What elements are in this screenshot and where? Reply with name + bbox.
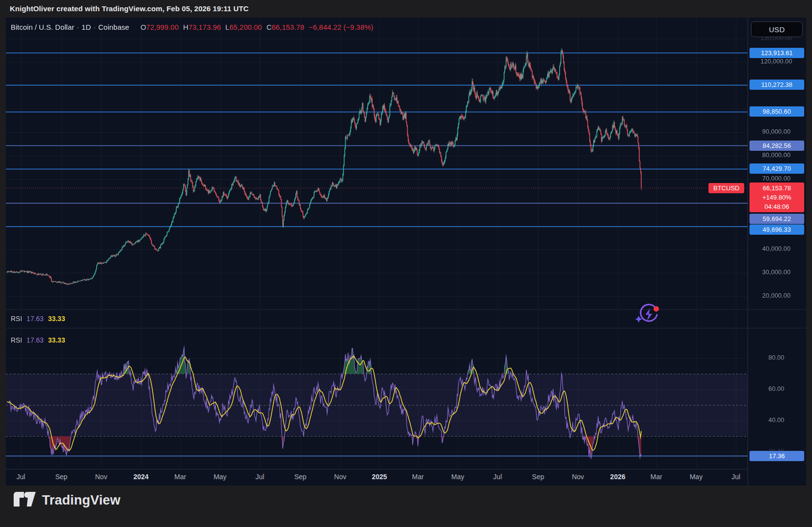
time-axis-label: 2024 [133, 473, 148, 481]
pane-divider[interactable] [6, 309, 806, 310]
ohlc-letter: C [267, 23, 272, 31]
rsi-label: RSI [11, 336, 22, 344]
pane-divider[interactable] [6, 328, 806, 328]
price-axis-label: 80,000.00 [748, 151, 805, 159]
tradingview-logo-text: TradingView [42, 493, 121, 508]
ohlc-values: O72,999.00H73,173.96L65,200.00C66,153.78 [136, 23, 305, 31]
time-axis-label: Nov [334, 473, 346, 481]
rsi-chart-canvas[interactable] [6, 309, 748, 467]
last-price-label: 66,153.78 +149.80% 04:48:06 [750, 182, 804, 212]
time-axis-label: 2026 [610, 473, 625, 481]
time-axis-label: Jul [255, 473, 264, 481]
rsi-axis-label: 40.00 [748, 416, 805, 424]
ohlc-value: 65,200.00 [229, 23, 262, 31]
separator: · [74, 23, 82, 31]
price-level-label: 74,429.70 [750, 163, 804, 174]
screenshot-root: KnightOliver created with TradingView.co… [0, 0, 812, 527]
separator: · [91, 23, 98, 31]
price-axis-label: 120,000.00 [748, 58, 805, 65]
ohlc-value: 66,153.78 [272, 23, 305, 31]
rsi-value: 17.63 [26, 336, 43, 344]
bar-countdown: 04:48:06 [750, 202, 804, 211]
rsi-ma-value: 33.33 [48, 315, 65, 323]
time-axis-label: Nov [572, 473, 584, 481]
rsi-value: 17.63 [26, 315, 43, 323]
interval-label[interactable]: 1D [82, 23, 91, 31]
time-axis-label: May [689, 473, 702, 481]
tradingview-logo-icon [14, 492, 36, 508]
boost-icon[interactable] [634, 303, 663, 328]
rsi-level-label: 17.36 [750, 451, 804, 461]
time-axis-label: Sep [294, 473, 307, 481]
price-level-label: 59,694.22 [750, 214, 804, 224]
time-axis-label: Mar [650, 473, 662, 481]
ohlc-value: 73,173.96 [188, 23, 221, 31]
time-axis-label: Jul [17, 473, 25, 481]
currency-toggle-button[interactable]: USD [751, 21, 803, 37]
chart-widget: Bitcoin / U.S. Dollar·1D·CoinbaseO72,999… [6, 18, 806, 486]
time-axis-label: Mar [412, 473, 424, 481]
time-axis-label: Nov [95, 473, 107, 481]
price-level-label: 84,282.56 [750, 141, 804, 151]
price-level-label: 123,913.61 [750, 48, 804, 58]
symbol-title[interactable]: Bitcoin / U.S. Dollar [11, 23, 74, 31]
rsi-ma-value: 33.33 [48, 336, 65, 344]
time-axis-label: 2025 [372, 473, 387, 481]
last-price: 66,153.78 [750, 183, 804, 193]
rsi-axis-label: 60.00 [748, 385, 805, 392]
ohlc-letter: L [226, 23, 229, 31]
price-axis[interactable]: 66,153.78 +149.80% 04:48:06 130,000.0012… [748, 18, 807, 486]
time-axis-label: Sep [532, 473, 544, 481]
time-axis[interactable]: JulSepNov2024MarMayJulSepNov2025MarMayJu… [6, 469, 748, 486]
price-axis-label: 30,000.00 [748, 268, 805, 276]
time-axis-label: Sep [55, 473, 67, 481]
lightning-icon [645, 308, 652, 321]
time-axis-label: Jul [731, 473, 740, 481]
time-axis-label: May [213, 473, 226, 481]
price-axis-label: 20,000.00 [748, 292, 805, 299]
price-level-label: 110,272.38 [750, 80, 804, 90]
time-axis-label: Jul [493, 473, 502, 481]
symbol-header: Bitcoin / U.S. Dollar·1D·CoinbaseO72,999… [11, 23, 374, 31]
ohlc-letter: O [141, 23, 146, 31]
price-level-label: 98,850.60 [750, 106, 804, 117]
boost-dot-icon [654, 306, 659, 312]
ohlc-letter: H [183, 23, 188, 31]
rsi-label: RSI [11, 315, 22, 323]
symbol-price-tag[interactable]: BTCUSD [708, 183, 744, 193]
rsi-legend[interactable]: RSI 17.63 33.33 [11, 336, 65, 344]
tradingview-logo[interactable]: TradingView [14, 492, 121, 508]
time-axis-label: Mar [174, 473, 186, 481]
attribution-bar: KnightOliver created with TradingView.co… [10, 4, 249, 13]
price-axis-label: 70,000.00 [748, 175, 805, 182]
exchange-label[interactable]: Coinbase [98, 23, 129, 31]
price-axis-label: 40,000.00 [748, 245, 805, 252]
last-price-change-pct: +149.80% [750, 193, 804, 202]
change-label: −6,844.22 (−9.38%) [309, 23, 374, 31]
ohlc-value: 72,999.00 [146, 23, 179, 31]
price-level-label: 49,696.33 [750, 224, 804, 235]
rsi-axis-label: 80.00 [748, 354, 805, 361]
rsi-legend-collapsed[interactable]: RSI 17.63 33.33 [11, 315, 65, 323]
price-axis-label: 90,000.00 [748, 128, 805, 135]
price-chart-canvas[interactable] [6, 18, 748, 309]
time-axis-label: May [451, 473, 464, 481]
